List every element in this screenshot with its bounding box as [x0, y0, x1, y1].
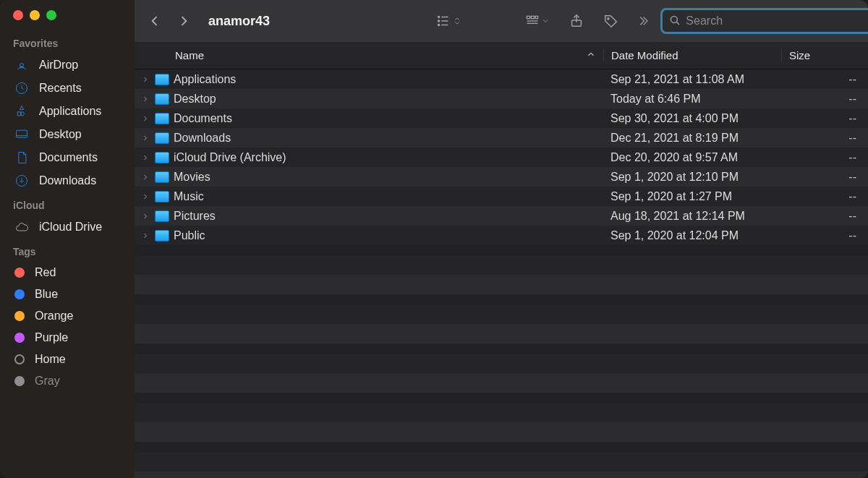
- disclosure-triangle-icon[interactable]: [140, 153, 150, 162]
- sidebar-item-label: Recents: [39, 82, 82, 95]
- sidebar-item-label: Downloads: [39, 174, 96, 187]
- desktop-icon: [14, 127, 29, 142]
- empty-row: [135, 422, 868, 442]
- sidebar-item-label: iCloud Drive: [39, 221, 102, 234]
- empty-row: [135, 373, 868, 393]
- app-icon: [14, 104, 29, 119]
- tag-dot-icon: [14, 333, 25, 343]
- sidebar-section-icloud-title: iCloud: [0, 192, 135, 215]
- file-date: Dec 20, 2020 at 9:57 AM: [603, 151, 781, 164]
- file-date: Sep 1, 2020 at 1:27 PM: [603, 190, 781, 203]
- empty-row: [135, 324, 868, 343]
- file-size: --: [781, 93, 868, 106]
- file-name: Pictures: [174, 210, 216, 223]
- svg-point-17: [671, 16, 678, 22]
- sidebar-tag-blue[interactable]: Blue: [0, 283, 135, 305]
- table-row[interactable]: Pictures Aug 18, 2021 at 12:14 PM -- Fol…: [135, 206, 868, 226]
- folder-icon: [155, 210, 169, 222]
- disclosure-triangle-icon[interactable]: [140, 212, 150, 221]
- search-input[interactable]: [686, 14, 868, 27]
- sidebar-item-recents[interactable]: Recents: [0, 77, 135, 100]
- document-icon: [14, 150, 29, 165]
- file-date: Sep 30, 2021 at 4:00 PM: [603, 112, 781, 125]
- forward-button[interactable]: [172, 9, 195, 33]
- table-row[interactable]: iCloud Drive (Archive) Dec 20, 2020 at 9…: [135, 148, 868, 167]
- file-date: Dec 21, 2021 at 8:19 PM: [603, 132, 781, 145]
- sidebar-item-downloads[interactable]: Downloads: [0, 169, 135, 192]
- disclosure-triangle-icon[interactable]: [140, 134, 150, 142]
- search-icon: [668, 14, 681, 29]
- empty-row: [135, 452, 868, 471]
- folder-icon: [155, 152, 169, 163]
- file-date: Aug 18, 2021 at 12:14 PM: [603, 210, 781, 223]
- sidebar-item-desktop[interactable]: Desktop: [0, 123, 135, 146]
- column-header-row: Name Date Modified Size Kind: [135, 42, 868, 69]
- zoom-button[interactable]: [46, 10, 56, 20]
- folder-icon: [155, 191, 169, 202]
- disclosure-triangle-icon[interactable]: [140, 173, 150, 182]
- file-name: Music: [174, 190, 204, 203]
- folder-icon: [155, 113, 169, 124]
- view-list-button[interactable]: [427, 9, 467, 33]
- disclosure-triangle-icon[interactable]: [140, 231, 150, 240]
- overflow-button[interactable]: [631, 9, 655, 33]
- clock-icon: [14, 81, 29, 95]
- tag-dot-icon: [14, 268, 25, 278]
- disclosure-triangle-icon[interactable]: [140, 114, 150, 123]
- disclosure-triangle-icon[interactable]: [140, 75, 150, 84]
- file-name: Documents: [174, 112, 232, 125]
- svg-point-4: [438, 16, 439, 17]
- table-row[interactable]: Downloads Dec 21, 2021 at 8:19 PM -- Fol…: [135, 128, 868, 148]
- sidebar-tag-orange[interactable]: Orange: [0, 305, 135, 327]
- column-header-name[interactable]: Name: [135, 49, 603, 61]
- table-row[interactable]: Desktop Today at 6:46 PM -- Folder: [135, 89, 868, 108]
- empty-row: [135, 471, 868, 478]
- sidebar-item-label: Orange: [35, 310, 73, 323]
- file-name: Desktop: [174, 93, 216, 106]
- sidebar-tag-purple[interactable]: Purple: [0, 327, 135, 349]
- empty-row: [135, 275, 868, 294]
- file-name: Applications: [174, 73, 236, 86]
- window-controls: [0, 10, 135, 30]
- sidebar-tag-red[interactable]: Red: [0, 262, 135, 283]
- sidebar-item-label: Red: [35, 266, 56, 279]
- tag-dot-icon: [14, 289, 25, 299]
- sidebar-item-documents[interactable]: Documents: [0, 146, 135, 169]
- column-header-size[interactable]: Size: [781, 49, 868, 61]
- svg-point-5: [438, 20, 439, 22]
- folder-icon: [155, 171, 169, 183]
- sidebar-item-label: Purple: [35, 331, 68, 344]
- close-button[interactable]: [13, 10, 23, 20]
- sidebar-tag-home[interactable]: Home: [0, 349, 135, 370]
- disclosure-triangle-icon[interactable]: [140, 192, 150, 201]
- file-size: --: [781, 132, 868, 145]
- table-row[interactable]: Applications Sep 21, 2021 at 11:08 AM --…: [135, 69, 868, 89]
- share-button[interactable]: [562, 9, 591, 33]
- sidebar-item-icloud-drive[interactable]: iCloud Drive: [0, 215, 135, 239]
- file-size: --: [781, 190, 868, 203]
- spacer: [135, 393, 868, 403]
- file-size: --: [781, 171, 868, 184]
- disclosure-triangle-icon[interactable]: [140, 95, 150, 103]
- tags-button[interactable]: [597, 9, 626, 33]
- table-row[interactable]: Documents Sep 30, 2021 at 4:00 PM -- Fol…: [135, 108, 868, 128]
- table-row[interactable]: Movies Sep 1, 2020 at 12:10 PM -- Folder: [135, 167, 868, 187]
- sidebar-tag-gray[interactable]: Gray: [0, 370, 135, 392]
- tag-dot-icon: [14, 376, 25, 386]
- search-field[interactable]: [660, 8, 868, 34]
- back-button[interactable]: [143, 9, 166, 33]
- chevron-updown-icon: [453, 14, 461, 28]
- spacer: [135, 442, 868, 452]
- minimize-button[interactable]: [30, 10, 40, 20]
- file-name: Movies: [174, 171, 210, 184]
- table-row[interactable]: Public Sep 1, 2020 at 12:04 PM -- Folder: [135, 226, 868, 245]
- column-header-date[interactable]: Date Modified: [603, 49, 781, 61]
- file-size: --: [781, 73, 868, 86]
- sidebar-item-applications[interactable]: Applications: [0, 100, 135, 123]
- sidebar-item-airdrop[interactable]: AirDrop: [0, 54, 135, 77]
- table-row[interactable]: Music Sep 1, 2020 at 1:27 PM -- Folder: [135, 187, 868, 206]
- sort-ascending-icon: [586, 49, 596, 61]
- main-pane: anamor43: [135, 0, 868, 478]
- group-by-button[interactable]: [516, 9, 556, 33]
- file-date: Sep 1, 2020 at 12:04 PM: [603, 229, 781, 242]
